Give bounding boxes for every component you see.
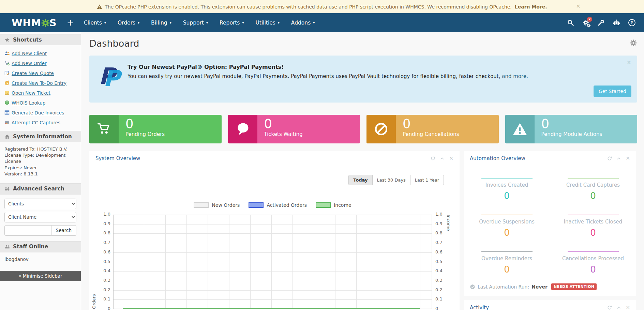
menu-addons[interactable]: Addons▾ <box>285 13 320 32</box>
stat-label: Pending Orders <box>125 131 165 137</box>
chart-gridline <box>229 215 229 309</box>
chart-gridline <box>250 215 251 309</box>
chart-gridline <box>420 215 420 309</box>
stat-pending-orders[interactable]: 0 Pending Orders <box>89 115 222 143</box>
menu-orders[interactable]: Orders▾ <box>112 13 145 32</box>
search-type-select[interactable]: Clients <box>4 199 76 209</box>
collapse-icon[interactable] <box>616 305 621 310</box>
y-axis-label-orders: Orders <box>91 215 96 309</box>
shortcut-add-new-order[interactable]: Add New Order <box>4 58 76 68</box>
refresh-icon[interactable] <box>607 156 612 161</box>
menu-clients[interactable]: Clients▾ <box>78 13 112 32</box>
shortcut-whois-lookup[interactable]: WHOIS Lookup <box>4 98 76 108</box>
page-title: Dashboard <box>89 38 139 49</box>
y-axis-tick-left: 0.9 <box>96 221 110 226</box>
y-axis-tick-left: 0.5 <box>96 259 110 264</box>
chart-gridline <box>114 252 432 253</box>
shortcut-generate-due-invoices[interactable]: Generate Due Invoices <box>4 108 76 118</box>
warning-icon <box>97 4 102 10</box>
learn-more-link[interactable]: Learn More. <box>515 4 547 10</box>
chart-legend: New OrdersActivated OrdersIncome <box>113 202 432 208</box>
y-axis-tick-right: 0.1 <box>435 296 450 301</box>
search-icon[interactable] <box>566 19 574 27</box>
needs-attention-badge[interactable]: NEEDS ATTENTION <box>551 283 597 290</box>
close-icon[interactable]: ✕ <box>449 156 453 161</box>
paypal-banner-close-icon[interactable]: × <box>627 60 631 65</box>
open-new-ticket-icon <box>4 90 10 95</box>
refresh-icon[interactable] <box>431 156 435 161</box>
y-axis-tick-left: 0.8 <box>96 230 110 235</box>
shortcut-open-new-ticket[interactable]: Open New Ticket <box>4 88 76 98</box>
caret-down-icon: ▾ <box>170 21 171 25</box>
menu-utilities[interactable]: Utilities▾ <box>250 13 285 32</box>
shortcut-add-new-client[interactable]: Add New Client <box>4 48 76 58</box>
get-started-button[interactable]: Get Started <box>594 86 631 97</box>
system-settings-gears-icon[interactable]: x <box>582 19 590 27</box>
menu-billing[interactable]: Billing▾ <box>145 13 177 32</box>
range-button-today[interactable]: Today <box>348 175 372 185</box>
staff-online-header: Staff Online <box>0 241 81 252</box>
refresh-icon[interactable] <box>607 305 612 310</box>
and-more-link[interactable]: and more <box>502 73 526 79</box>
stat-tickets-waiting[interactable]: 0 Tickets Waiting <box>228 115 360 143</box>
minimise-sidebar-button[interactable]: « Minimise Sidebar <box>0 271 81 281</box>
automation-overview-title: Automation Overview <box>470 155 525 161</box>
advanced-search-header: Advanced Search <box>0 183 81 195</box>
chart-gridline <box>114 215 432 215</box>
close-icon[interactable]: ✕ <box>626 305 630 310</box>
add-new-order-icon <box>4 61 10 66</box>
sidebar: Shortcuts Add New Client Add New Order C… <box>0 32 81 310</box>
y-axis-tick-right: 0.9 <box>435 221 450 226</box>
stat-value: 0 <box>264 117 303 131</box>
create-new-quote-icon <box>4 71 10 76</box>
menu-support[interactable]: Support▾ <box>177 13 214 32</box>
banner-text: The OPcache PHP extension is enabled. Th… <box>105 4 511 10</box>
shortcut-attempt-cc-captures[interactable]: Attempt CC Captures <box>4 118 76 127</box>
caret-down-icon: ▾ <box>206 21 208 25</box>
menu-reports[interactable]: Reports▾ <box>214 13 250 32</box>
chart-plot <box>113 215 432 309</box>
logo-gear-icon <box>41 18 50 28</box>
help-icon[interactable]: ? <box>628 19 636 27</box>
system-information-body: Registered To: HOSTKEY B.V. License Type… <box>0 142 81 181</box>
banner-close-icon[interactable]: × <box>576 3 581 9</box>
stat-value: 0 <box>541 117 602 131</box>
quick-add-button[interactable]: + <box>67 18 74 27</box>
chart-gridline <box>114 271 432 272</box>
collapse-icon[interactable] <box>616 156 621 161</box>
chart-gridline <box>114 224 432 224</box>
whmcs-admin-screen: The OPcache PHP extension is enabled. Th… <box>0 0 644 310</box>
close-icon[interactable]: ✕ <box>626 156 630 161</box>
stat-pending-cancellations[interactable]: 0 Pending Cancellations <box>366 115 499 143</box>
whois-lookup-icon <box>4 100 10 105</box>
stat-pending-module-actions[interactable]: 0 Pending Module Actions <box>505 115 638 143</box>
legend-label: Activated Orders <box>267 202 307 208</box>
whmcs-logo[interactable]: WHM S <box>12 17 57 29</box>
stats-row: 0 Pending Orders 0 Tickets Waiting <box>89 115 637 143</box>
y-axis-tick-right: 0.4 <box>435 268 450 273</box>
shortcut-create-new-todo[interactable]: Create New To-Do Entry <box>4 78 76 88</box>
collapse-icon[interactable] <box>440 156 445 161</box>
caret-down-icon: ▾ <box>104 21 106 25</box>
legend-label: New Orders <box>212 202 240 208</box>
shortcuts-list: Add New Client Add New Order Create New … <box>0 45 81 129</box>
series-line-income <box>123 308 420 309</box>
system-information-header: System Information <box>0 131 81 142</box>
paypal-banner-body: You can easily try our newest PayPal mod… <box>128 73 630 79</box>
range-button-last-30-days[interactable]: Last 30 Days <box>372 175 410 185</box>
range-button-last-1-year[interactable]: Last 1 Year <box>410 175 444 185</box>
y-axis-tick-left: 0.2 <box>96 287 110 292</box>
chart-gridline <box>208 215 208 309</box>
advanced-search-input[interactable] <box>4 225 51 236</box>
stat-label: Tickets Waiting <box>264 131 303 137</box>
metric-divider <box>481 251 533 252</box>
advanced-search-button[interactable]: Search <box>51 225 76 236</box>
system-overview-body: TodayLast 30 DaysLast 1 Year New OrdersA… <box>89 166 460 310</box>
shortcut-create-new-quote[interactable]: Create New Quote <box>4 68 76 78</box>
automation-robot-icon[interactable] <box>612 19 620 27</box>
activity-title: Activity <box>470 305 489 310</box>
dashboard-settings-gear-icon[interactable] <box>630 39 637 48</box>
opcache-warning-banner: The OPcache PHP extension is enabled. Th… <box>0 0 644 13</box>
wrench-icon[interactable] <box>597 19 605 27</box>
search-field-select[interactable]: Client Name <box>4 212 76 222</box>
